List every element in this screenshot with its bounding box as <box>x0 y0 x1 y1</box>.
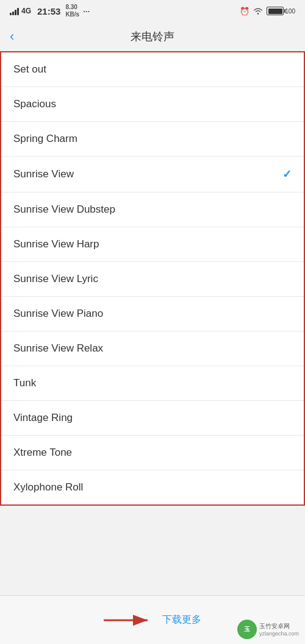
battery-fill <box>268 9 282 14</box>
list-item[interactable]: Tunk <box>1 366 304 401</box>
ringtone-name: Sunrise View Lyric <box>13 273 98 285</box>
watermark-text: 玉竹安卓网 yzlangecha.com <box>259 622 299 637</box>
ringtone-name: Vintage Ring <box>13 412 73 424</box>
wifi-icon <box>253 7 263 15</box>
list-item[interactable]: Xylophone Roll <box>1 470 304 504</box>
list-item[interactable]: Sunrise View Relax <box>1 331 304 366</box>
ringtone-name: Sunrise View Dubstep <box>13 203 115 216</box>
ringtone-name: Set out <box>13 63 46 76</box>
ringtone-name: Spacious <box>13 98 56 110</box>
ringtone-name: Sunrise View Piano <box>13 308 103 320</box>
alarm-icon: ⏰ <box>240 7 249 16</box>
list-item[interactable]: Sunrise View Lyric <box>1 262 304 297</box>
ringtone-name: Spring Charm <box>13 133 77 145</box>
battery-icon <box>267 7 284 15</box>
watermark-name: 玉竹安卓网 <box>259 622 299 631</box>
arrow-icon <box>104 612 152 629</box>
list-item[interactable]: Set out <box>1 52 304 87</box>
ringtone-name: Tunk <box>13 377 36 389</box>
watermark: 玉 玉竹安卓网 yzlangecha.com <box>237 620 299 639</box>
back-button[interactable]: ‹ <box>10 29 14 44</box>
list-item[interactable]: Sunrise View Piano <box>1 297 304 331</box>
page-title: 来电铃声 <box>131 29 174 44</box>
ringtone-name: Xylophone Roll <box>13 481 83 494</box>
watermark-icon: 玉 <box>237 620 257 639</box>
header: ‹ 来电铃声 <box>0 22 305 51</box>
status-time: 21:53 <box>37 6 60 16</box>
status-left: 4G 21:53 8.30 KB/s ··· <box>10 4 90 18</box>
battery-container: 100 <box>267 7 295 15</box>
battery-label: 100 <box>285 8 295 15</box>
watermark-domain: yzlangecha.com <box>259 631 299 637</box>
status-right: ⏰ 100 <box>240 7 295 16</box>
list-item[interactable]: Spring Charm <box>1 122 304 157</box>
list-item[interactable]: Vintage Ring <box>1 401 304 436</box>
list-item[interactable]: Sunrise View Dubstep <box>1 193 304 227</box>
ringtone-name: Sunrise View <box>13 168 74 180</box>
list-item[interactable]: Xtreme Tone <box>1 436 304 470</box>
ringtone-name: Xtreme Tone <box>13 447 72 459</box>
ringtone-list: Set outSpaciousSpring CharmSunrise View✓… <box>0 51 305 506</box>
status-bar: 4G 21:53 8.30 KB/s ··· ⏰ 100 <box>0 0 305 22</box>
ringtone-name: Sunrise View Harp <box>13 238 99 250</box>
dots-label: ··· <box>83 7 90 16</box>
bottom-bar: 下载更多 玉 玉竹安卓网 yzlangecha.com <box>0 595 305 644</box>
signal-icon <box>10 7 19 15</box>
download-more-button[interactable]: 下载更多 <box>162 614 201 626</box>
selected-checkmark-icon: ✓ <box>282 168 292 181</box>
list-item[interactable]: Sunrise View Harp <box>1 227 304 262</box>
carrier-label: 4G <box>21 7 31 15</box>
speed-label: 8.30 KB/s <box>65 4 79 18</box>
list-item[interactable]: Sunrise View✓ <box>1 157 304 193</box>
ringtone-name: Sunrise View Relax <box>13 342 103 355</box>
list-item[interactable]: Spacious <box>1 87 304 122</box>
